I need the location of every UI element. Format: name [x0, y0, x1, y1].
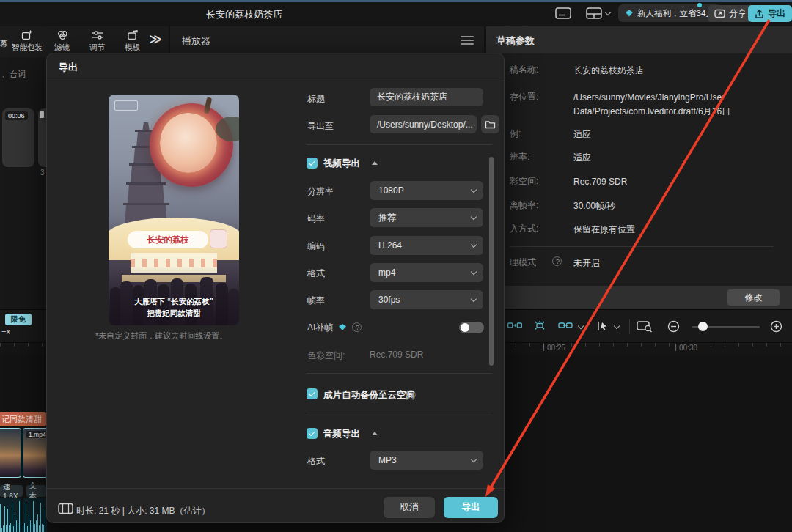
magnet-snap-icon[interactable]	[532, 320, 547, 333]
draft-row-value: 未开启	[573, 256, 788, 270]
player-panel-header: 播放器	[170, 26, 484, 53]
toolbar-item-captions[interactable]: 幕	[0, 39, 8, 49]
fps-select[interactable]: 30fps	[370, 290, 483, 309]
toolbar-item-adjust[interactable]: 调节	[89, 29, 105, 53]
ripple-edit-icon[interactable]	[507, 320, 522, 333]
video-clip[interactable]	[0, 428, 21, 478]
promo-banner[interactable]: 新人福利，立省34元	[618, 4, 722, 22]
audio-export-checkbox[interactable]	[307, 428, 318, 439]
toolbar-item-filter[interactable]: 滤镜	[54, 29, 70, 53]
text-chip[interactable]: 文本	[26, 485, 46, 497]
folder-icon	[485, 119, 496, 129]
video-section-label: 视频导出	[323, 158, 360, 170]
share-button[interactable]: 分享	[708, 5, 753, 22]
chevron-down-icon	[471, 269, 477, 275]
draft-row-label: 存位置:	[510, 91, 538, 103]
bitrate-value: 推荐	[378, 212, 396, 224]
share-label: 分享	[729, 7, 747, 20]
watermark	[114, 100, 138, 111]
media-card-partial[interactable]	[38, 108, 46, 167]
diamond-icon	[626, 10, 633, 17]
share-icon	[714, 9, 725, 18]
browse-folder-button[interactable]	[481, 115, 499, 133]
codec-select[interactable]: H.264	[370, 236, 483, 255]
divider	[47, 78, 505, 78]
clip-filename: 1.mp4	[26, 431, 48, 438]
help-icon[interactable]	[406, 390, 416, 399]
select-tool-icon[interactable]	[596, 320, 609, 335]
player-menu-icon[interactable]	[461, 36, 474, 45]
draft-panel-footer: 修改	[486, 286, 792, 309]
collapse-caret-icon[interactable]	[372, 161, 378, 165]
title-field-label: 标题	[307, 93, 325, 106]
collapse-caret-icon[interactable]	[372, 432, 378, 435]
text-clip[interactable]: 记同款清甜	[0, 412, 46, 426]
cancel-button[interactable]: 取消	[384, 497, 435, 518]
format-value: mp4	[378, 267, 395, 278]
smart-pack-icon	[21, 29, 33, 41]
link-clips-icon[interactable]	[558, 320, 573, 333]
draft-row-label: 彩空间:	[510, 175, 538, 188]
layout-icon[interactable]	[584, 7, 603, 20]
draft-panel-header: 草稿参数	[486, 26, 792, 53]
codec-value: H.264	[378, 240, 402, 251]
audio-format-select[interactable]: MP3	[370, 451, 483, 470]
chevron-down-icon	[471, 187, 477, 193]
export-button-dialog[interactable]: 导出	[444, 497, 498, 518]
preview-frame-icon[interactable]	[637, 320, 653, 336]
divider	[47, 488, 505, 489]
colorspace-value: Rec.709 SDR	[370, 350, 423, 360]
player-title: 播放器	[182, 34, 210, 48]
help-icon[interactable]	[552, 256, 562, 266]
text-clip-label: 记同款清甜	[0, 414, 42, 425]
ruler-tick: |	[675, 343, 677, 351]
draft-row-value: Rec.709 SDR	[573, 175, 788, 189]
resolution-select[interactable]: 1080P	[370, 181, 483, 200]
export-label: 导出	[768, 7, 785, 20]
dialog-scrollbar[interactable]	[489, 157, 494, 366]
media-card[interactable]: 00:06	[2, 108, 34, 167]
toolbar-item-template[interactable]: 模板	[125, 29, 140, 53]
codec-label: 编码	[307, 240, 325, 253]
draft-row-label: 例:	[510, 128, 521, 140]
toolbar-more-button[interactable]: ≫	[149, 32, 161, 47]
audio-waveform[interactable]	[23, 498, 47, 532]
export-info: 时长: 21 秒 | 大小: 31 MB（估计）	[76, 505, 210, 517]
subtitle-bar-icon[interactable]	[554, 7, 572, 20]
title-input-value: 长安的荔枝奶茶店	[377, 91, 447, 103]
format-select[interactable]: mp4	[370, 263, 483, 282]
app-window: 长安的荔枝奶茶店 新人福利，立省34元 分享 导出 幕 智能包装 滤镜 调节 模…	[0, 0, 792, 532]
timeline-zoom-knob[interactable]	[698, 322, 708, 331]
project-title: 长安的荔枝奶茶店	[206, 8, 282, 21]
draft-panel-title: 草稿参数	[496, 34, 535, 48]
export-dialog: 导出	[46, 53, 505, 523]
template-icon	[127, 29, 139, 41]
audio-waveform[interactable]	[0, 498, 21, 532]
zoom-out-icon[interactable]	[667, 320, 680, 336]
cover-note: *未自定义封面，建议去时间线设置。	[95, 330, 227, 341]
help-icon[interactable]	[352, 322, 362, 332]
media-tab-partial[interactable]: 、台词	[1, 69, 26, 80]
dest-input[interactable]: /Users/sunny/Desktop/...	[370, 115, 477, 133]
chevron-down-icon	[471, 214, 477, 220]
export-button-top[interactable]: 导出	[748, 5, 792, 22]
title-input[interactable]: 长安的荔枝奶茶店	[370, 88, 483, 106]
ai-frame-toggle[interactable]	[459, 322, 484, 333]
resolution-value: 1080P	[378, 185, 404, 196]
toolbar-item-smart-pack[interactable]: 智能包装	[12, 29, 43, 53]
video-export-checkbox[interactable]	[307, 158, 318, 169]
audio-format-value: MP3	[378, 455, 397, 465]
cloud-backup-checkbox[interactable]	[307, 388, 318, 399]
draft-row-value: 适应	[573, 151, 788, 165]
cover-thumbnail[interactable]: 长安的荔枝 大雁塔下 “长安的荔枝” 把贵妃同款清甜	[109, 95, 239, 325]
clip-duration-badge: 00:06	[5, 111, 28, 120]
speed-chip[interactable]: 速 1.6X	[0, 485, 23, 497]
modify-button[interactable]: 修改	[727, 289, 780, 306]
dest-input-value: /Users/sunny/Desktop/...	[377, 119, 473, 130]
ruler-tick: |	[543, 343, 545, 351]
bitrate-label: 码率	[307, 213, 325, 225]
resolution-label: 分辨率	[307, 185, 334, 198]
bitrate-select[interactable]: 推荐	[370, 208, 483, 227]
draft-row-label: 辨率:	[510, 151, 529, 163]
zoom-in-icon[interactable]	[770, 320, 782, 336]
